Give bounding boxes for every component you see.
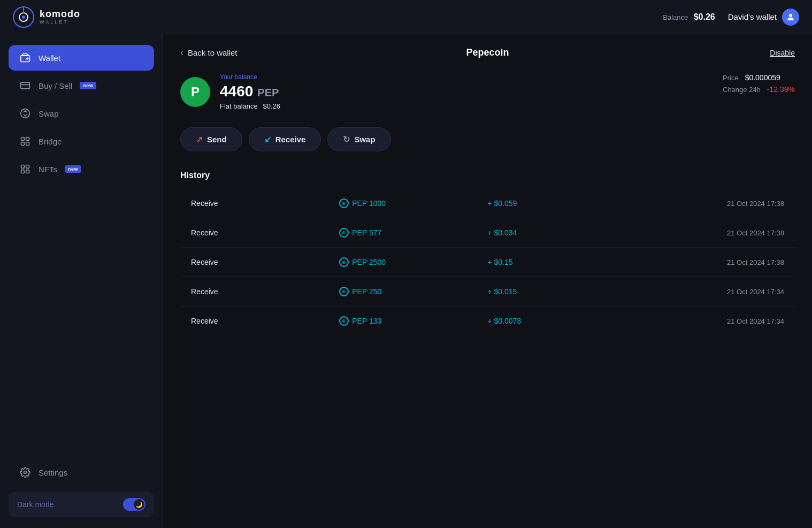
wallet-selector[interactable]: David's wallet [728,9,799,26]
back-label: Back to wallet [188,48,238,57]
coin-avatar-letter: P [191,85,200,100]
table-row[interactable]: Receive ⊕ PEP 2500 + $0.15 21 Oct 2024 1… [180,248,795,277]
sidebar-nfts-label: NFTs [39,165,57,174]
back-button[interactable]: ‹ Back to wallet [180,47,238,58]
logo-text: komodo WALLET [40,9,80,25]
tx-date: 21 Oct 2024 17:34 [636,288,784,296]
tx-circle-icon: ⊕ [339,228,349,238]
sidebar-swap-label: Swap [39,109,59,118]
send-button[interactable]: ↗ Send [180,127,242,151]
toggle-knob: 🌙 [134,499,144,510]
back-nav: ‹ Back to wallet Pepecoin Disable [180,47,795,58]
tx-coin-amount: PEP 577 [352,228,381,237]
table-row[interactable]: Receive ⊕ PEP 250 + $0.015 21 Oct 2024 1… [180,277,795,307]
receive-button[interactable]: ↙ Receive [249,127,321,151]
balance-label-text: Your balance [220,73,280,81]
sidebar-item-bridge[interactable]: Bridge [9,128,154,154]
coin-avatar: P [180,77,210,107]
nfts-icon [19,163,31,175]
tx-type: Receive [191,317,339,325]
receive-label: Receive [275,135,306,144]
disable-button[interactable]: Disable [770,49,795,57]
tx-circle-icon: ⊕ [339,257,349,267]
table-row[interactable]: Receive ⊕ PEP 133 + $0.0078 21 Oct 2024 … [180,307,795,335]
dark-mode-label: Dark mode [17,500,53,509]
tx-amount: ⊕ PEP 2500 [339,257,487,267]
tx-coin-amount: PEP 250 [352,287,381,296]
balance-symbol: PEP [257,87,279,99]
tx-type: Receive [191,228,339,237]
tx-amount: ⊕ PEP 133 [339,316,487,326]
sidebar-item-swap[interactable]: Swap [9,101,154,126]
tx-usd: + $0.0078 [488,317,636,325]
settings-icon [19,466,31,478]
change-value: -12.39% [767,85,795,94]
price-label: Price [723,74,739,82]
buysell-badge: new [80,82,96,89]
tx-type: Receive [191,258,339,266]
tx-amount: ⊕ PEP 1000 [339,198,487,208]
logo-icon [13,6,34,28]
balance-display: Balance $0.26 [663,12,715,22]
wallet-icon [19,52,31,64]
svg-point-4 [789,14,792,17]
header-right: Balance $0.26 David's wallet [663,9,799,26]
credit-card-icon [19,80,31,91]
sidebar-item-nfts[interactable]: NFTs new [9,156,154,182]
page-title: Pepecoin [466,47,509,58]
settings-label: Settings [39,468,67,477]
avatar [782,9,799,26]
receive-icon: ↙ [264,134,271,144]
svg-rect-12 [26,142,29,146]
header-balance-value: $0.26 [694,12,715,21]
table-row[interactable]: Receive ⊕ PEP 1000 + $0.059 21 Oct 2024 … [180,189,795,218]
logo-sub: WALLET [40,20,80,25]
balance-left: P Your balance 4460 PEP Flat balance $0.… [180,73,280,110]
tx-date: 21 Oct 2024 17:38 [636,200,784,208]
tx-coin-amount: PEP 2500 [352,258,386,266]
svg-rect-16 [26,170,29,173]
action-buttons: ↗ Send ↙ Receive ↻ Swap [180,127,795,151]
swap-button[interactable]: ↻ Swap [327,127,390,151]
tx-circle-icon: ⊕ [339,316,349,326]
swap-action-icon: ↻ [343,134,350,144]
nfts-badge: new [65,165,81,173]
svg-point-5 [27,58,28,59]
send-icon: ↗ [196,134,203,144]
price-row: Price $0.000059 [723,73,795,82]
svg-point-3 [22,16,25,19]
sidebar-item-settings[interactable]: Settings [9,460,154,485]
balance-main: 4460 PEP [220,83,280,100]
change-label: Change 24h [723,86,761,94]
sidebar-buysell-label: Buy / Sell [39,81,72,90]
tx-amount: ⊕ PEP 577 [339,228,487,238]
header: komodo WALLET Balance $0.26 David's wall… [0,0,812,34]
dark-mode-toggle[interactable]: Dark mode 🌙 [9,492,154,517]
svg-rect-11 [21,142,25,146]
back-arrow-icon: ‹ [180,47,183,58]
swap-label: Swap [354,135,375,144]
dark-mode-toggle-btn[interactable]: 🌙 [123,498,145,511]
balance-info: Your balance 4460 PEP Flat balance $0.26 [220,73,280,110]
swap-nav-icon [19,108,31,119]
balance-section: P Your balance 4460 PEP Flat balance $0.… [180,73,795,110]
svg-rect-13 [21,165,25,169]
tx-coin-amount: PEP 133 [352,317,381,325]
sidebar-item-buy-sell[interactable]: Buy / Sell new [9,73,154,98]
balance-label: Balance [663,13,688,21]
tx-usd: + $0.15 [488,258,636,266]
sidebar-item-wallet[interactable]: Wallet [9,45,154,71]
send-label: Send [207,135,227,144]
table-row[interactable]: Receive ⊕ PEP 577 + $0.034 21 Oct 2024 1… [180,218,795,248]
sidebar-bottom: Settings Dark mode 🌙 [9,451,154,517]
nav-items: Wallet Buy / Sell new [9,45,154,451]
tx-amount: ⊕ PEP 250 [339,287,487,296]
sidebar-bridge-label: Bridge [39,137,62,146]
svg-rect-6 [21,82,30,89]
price-value: $0.000059 [745,73,780,82]
tx-usd: + $0.015 [488,287,636,296]
tx-date: 21 Oct 2024 17:38 [636,258,784,266]
wallet-name: David's wallet [728,12,777,21]
price-info: Price $0.000059 Change 24h -12.39% [723,73,795,97]
tx-circle-icon: ⊕ [339,287,349,296]
